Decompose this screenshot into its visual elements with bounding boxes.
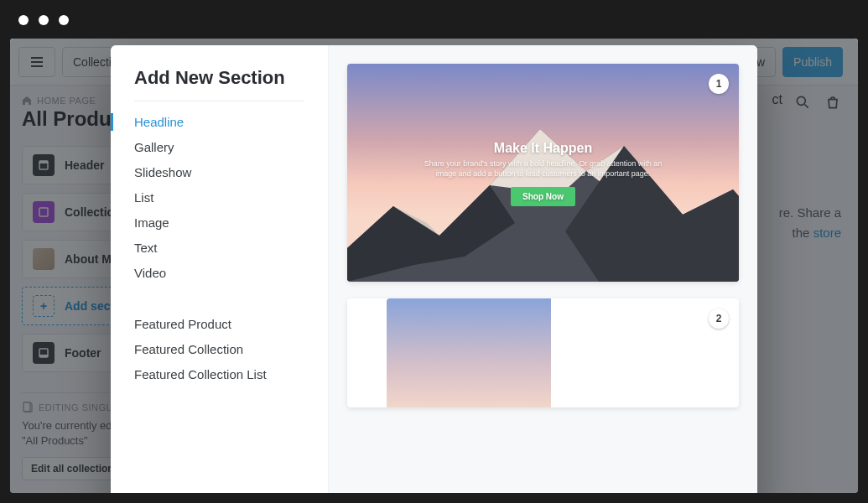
section-type-list: Headline Gallery Slideshow List Image Te… [134, 115, 304, 381]
preview-card-1[interactable]: 1 Make It Happen Share your brand's stor… [347, 64, 739, 282]
preview-badge: 2 [709, 309, 729, 329]
hero-headline: Make It Happen [347, 141, 739, 156]
section-type-video[interactable]: Video [134, 266, 304, 280]
window-dot [39, 15, 49, 25]
modal-preview-pane: 1 Make It Happen Share your brand's stor… [329, 45, 757, 493]
hero-cta-button[interactable]: Shop Now [511, 187, 575, 206]
modal-sidebar: Add New Section Headline Gallery Slidesh… [111, 45, 329, 493]
preview-card-2[interactable]: 2 [347, 298, 739, 407]
section-type-featured-product[interactable]: Featured Product [134, 317, 304, 331]
add-section-modal: Add New Section Headline Gallery Slidesh… [111, 45, 757, 493]
hero-subtext: Share your brand's story with a bold hea… [418, 159, 669, 179]
preview2-image [387, 298, 551, 407]
window-dot [18, 15, 29, 25]
section-type-text[interactable]: Text [134, 241, 304, 255]
preview-badge: 1 [709, 74, 729, 94]
section-type-image[interactable]: Image [134, 215, 304, 230]
section-type-featured-collection-list[interactable]: Featured Collection List [134, 367, 304, 381]
section-type-featured-collection[interactable]: Featured Collection [134, 342, 304, 356]
app-frame: Collection Page ▾ + Add ▾ Preview Publis… [10, 39, 858, 493]
hero-text: Make It Happen Share your brand's story … [347, 141, 739, 206]
section-type-list[interactable]: List [134, 190, 304, 205]
window-dot [59, 15, 69, 25]
window-controls [0, 0, 868, 40]
modal-title: Add New Section [134, 67, 304, 89]
hero-preview: Make It Happen Share your brand's story … [347, 64, 739, 282]
section-type-slideshow[interactable]: Slideshow [134, 165, 304, 179]
section-type-headline[interactable]: Headline [134, 115, 304, 129]
section-type-gallery[interactable]: Gallery [134, 140, 304, 154]
